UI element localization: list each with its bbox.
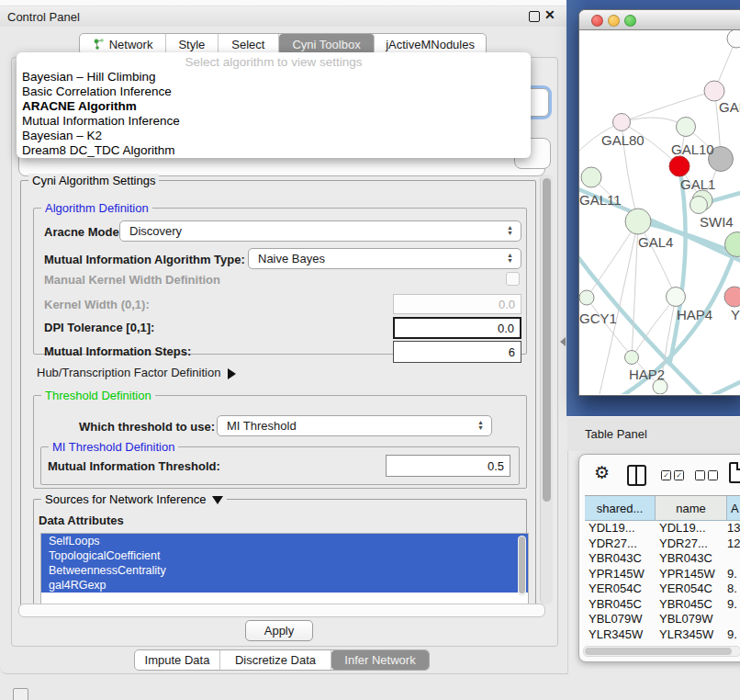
list-item[interactable]: gal4RGexp: [41, 578, 528, 593]
close-traffic-light-icon[interactable]: [591, 15, 603, 27]
column-header-partial[interactable]: A: [727, 496, 740, 520]
deselect-all-columns-icon[interactable]: [695, 470, 721, 487]
settings-scrollbar[interactable]: [540, 175, 553, 604]
data-attributes-list[interactable]: SelfLoops TopologicalCoefficient Between…: [40, 533, 529, 605]
minimize-traffic-light-icon[interactable]: [608, 15, 620, 27]
tab-select[interactable]: Select: [219, 34, 279, 54]
table-scrollbar-thumb[interactable]: [585, 648, 732, 655]
data-attributes-label: Data Attributes: [39, 514, 124, 527]
table-horizontal-scrollbar[interactable]: [583, 646, 740, 657]
bottom-tab-bar: Impute Data Discretize Data Infer Networ…: [134, 649, 430, 671]
column-header-shared-name[interactable]: shared...: [585, 496, 656, 520]
dropdown-item[interactable]: Bayesian – K2: [17, 129, 531, 143]
table-row[interactable]: YDL19...YDL19...13: [585, 521, 740, 536]
node-label: Y: [731, 307, 740, 322]
node-hap4[interactable]: [667, 288, 686, 307]
list-item[interactable]: TopologicalCoefficient: [41, 548, 528, 563]
list-item[interactable]: BetweennessCentrality: [41, 563, 528, 578]
tab-network[interactable]: Network: [80, 34, 166, 54]
mi-steps-field[interactable]: 6: [393, 341, 521, 363]
dpi-tolerance-field[interactable]: 0.0: [393, 317, 521, 339]
network-window-titlebar[interactable]: [579, 10, 740, 30]
scrolled-content-strip: [18, 604, 545, 617]
node-gal7[interactable]: [704, 81, 724, 101]
network-canvas[interactable]: GAL GAL80 GAL10 GAL1 GAL11 GAL4 SWI4 HAP…: [579, 30, 740, 394]
columns-icon[interactable]: [627, 465, 646, 486]
node[interactable]: [727, 30, 740, 48]
settings-scrollbar-thumb[interactable]: [543, 178, 551, 502]
mi-type-combobox[interactable]: Naive Bayes ▲▼: [248, 248, 521, 269]
float-window-icon[interactable]: [529, 11, 540, 22]
table-row[interactable]: YDR27...YDR27...12: [585, 536, 740, 552]
node-label: GAL11: [579, 192, 622, 208]
table-row[interactable]: YER054CYER054C8.: [585, 581, 740, 597]
mi-threshold-label: Mutual Information Threshold:: [48, 459, 220, 473]
close-window-icon[interactable]: ✕: [544, 7, 555, 22]
manual-kernel-label: Manual Kernel Width Definition: [44, 273, 220, 287]
table-panel-window: ⚙ ✓✓ shared... name A YDL19...YDL19...13…: [578, 454, 740, 662]
panel-divider-handle[interactable]: [560, 337, 566, 346]
threshold-definition-title: Threshold Definition: [41, 389, 155, 402]
which-threshold-label: Which threshold to use:: [79, 420, 215, 434]
table-row[interactable]: YBR045CYBR045C9.: [585, 597, 740, 613]
gear-icon[interactable]: ⚙: [594, 462, 610, 483]
node-gal11[interactable]: [581, 167, 601, 187]
table-row[interactable]: YPR145WYPR145W9.: [585, 567, 740, 582]
manual-kernel-checkbox[interactable]: [506, 272, 520, 286]
sources-group-title[interactable]: Sources for Network Inference: [41, 492, 227, 506]
network-icon: [93, 38, 106, 51]
kernel-width-field[interactable]: 0.0: [393, 294, 521, 314]
node-red-selected[interactable]: [669, 156, 690, 176]
node-gcy1[interactable]: [579, 290, 594, 305]
dropdown-item[interactable]: Basic Correlation Inference: [17, 85, 531, 99]
node-hap2[interactable]: [625, 351, 639, 365]
new-table-icon[interactable]: [729, 462, 740, 483]
dropdown-item[interactable]: Bayesian – Hill Climbing: [17, 70, 531, 85]
node-salmon[interactable]: [724, 287, 740, 307]
node-label: GAL1: [680, 176, 715, 192]
hub-definition-toggle[interactable]: Hub/Transcription Factor Definition: [37, 366, 236, 379]
node-swi4[interactable]: [690, 197, 708, 214]
node-label: GAL: [719, 99, 740, 115]
node-label: GAL10: [671, 141, 714, 157]
aracne-mode-label: Aracne Mode:: [44, 225, 123, 239]
tab-impute-data[interactable]: Impute Data: [135, 650, 220, 670]
mi-type-label: Mutual Information Algorithm Type:: [44, 253, 245, 266]
tab-discretize-data[interactable]: Discretize Data: [220, 650, 331, 670]
select-all-columns-icon[interactable]: ✓✓: [661, 470, 687, 487]
mi-threshold-field[interactable]: 0.5: [386, 455, 510, 477]
minimized-panel-icon[interactable]: [13, 688, 28, 700]
kernel-width-label: Kernel Width (0,1):: [44, 298, 150, 311]
node-gal10[interactable]: [677, 118, 696, 137]
tab-infer-network[interactable]: Infer Network: [331, 650, 429, 670]
node-gal80[interactable]: [613, 114, 631, 131]
node-table: shared... name A YDL19...YDL19...13 YDR2…: [585, 495, 740, 641]
node-label-layer: GAL GAL80 GAL10 GAL1 GAL11 GAL4 SWI4 HAP…: [579, 99, 740, 382]
dropdown-item-selected[interactable]: ARACNE Algorithm: [17, 99, 531, 114]
list-scrollbar[interactable]: [518, 536, 526, 596]
mi-steps-label: Mutual Information Steps:: [44, 344, 191, 358]
table-body: YDL19...YDL19...13 YDR27...YDR27...12 YB…: [585, 521, 740, 641]
control-panel-title: Control Panel: [7, 10, 80, 24]
column-header-name[interactable]: name: [656, 496, 727, 520]
apply-button[interactable]: Apply: [245, 620, 313, 641]
node-gal4[interactable]: [625, 209, 651, 234]
aracne-mode-combobox[interactable]: Discovery ▲▼: [119, 220, 521, 242]
dropdown-item[interactable]: Mutual Information Inference: [17, 114, 531, 129]
table-row[interactable]: YBR043CYBR043C: [585, 551, 740, 567]
network-view-window: GAL GAL80 GAL10 GAL1 GAL11 GAL4 SWI4 HAP…: [578, 9, 740, 396]
dropdown-item[interactable]: Dream8 DC_TDC Algorithm: [17, 143, 531, 158]
tab-jactivemnodules[interactable]: jActiveMNodules: [375, 34, 486, 54]
tab-cyni-toolbox[interactable]: Cyni Toolbox: [279, 34, 375, 54]
cyni-algorithm-settings-title: Cyni Algorithm Settings: [28, 174, 159, 187]
table-row[interactable]: YLR345WYLR345W9.: [585, 627, 740, 642]
list-item[interactable]: SelfLoops: [41, 534, 528, 548]
node-label: SWI4: [700, 214, 734, 230]
tab-style[interactable]: Style: [166, 34, 219, 54]
combo-arrows-icon: ▲▼: [477, 420, 484, 431]
table-row[interactable]: YBL079WYBL079W: [585, 612, 740, 627]
combo-arrows-icon: ▲▼: [507, 225, 513, 236]
zoom-traffic-light-icon[interactable]: [624, 15, 636, 27]
table-toolbar: ⚙ ✓✓: [579, 455, 740, 495]
which-threshold-combobox[interactable]: MI Threshold ▲▼: [217, 415, 492, 436]
